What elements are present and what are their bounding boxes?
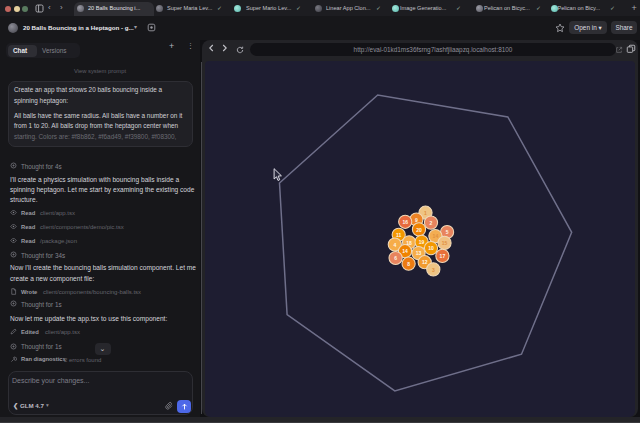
svg-text:18: 18 bbox=[406, 240, 412, 246]
svg-text:12: 12 bbox=[422, 259, 428, 265]
svg-text:3: 3 bbox=[432, 267, 435, 273]
svg-text:6: 6 bbox=[394, 255, 397, 261]
svg-text:19: 19 bbox=[419, 239, 425, 245]
svg-text:14: 14 bbox=[402, 248, 408, 254]
svg-text:15: 15 bbox=[442, 240, 448, 246]
svg-text:9: 9 bbox=[415, 217, 418, 223]
svg-text:8: 8 bbox=[407, 261, 410, 267]
svg-text:16: 16 bbox=[402, 219, 408, 225]
svg-text:1: 1 bbox=[424, 210, 427, 216]
svg-text:13: 13 bbox=[416, 250, 422, 256]
svg-text:20: 20 bbox=[416, 227, 422, 233]
svg-text:4: 4 bbox=[393, 242, 396, 248]
svg-text:11: 11 bbox=[396, 232, 402, 238]
svg-text:10: 10 bbox=[428, 245, 434, 251]
svg-text:2: 2 bbox=[430, 220, 433, 226]
svg-text:17: 17 bbox=[440, 253, 446, 259]
svg-text:14: 14 bbox=[433, 233, 439, 239]
svg-text:5: 5 bbox=[446, 229, 449, 235]
